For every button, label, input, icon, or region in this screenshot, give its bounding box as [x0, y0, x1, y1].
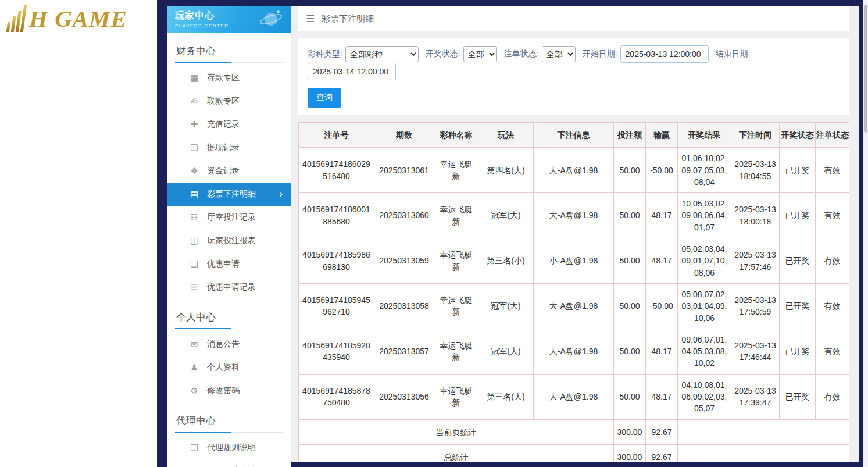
cell-bet-status: 有效: [816, 193, 849, 238]
cell-result: 05,02,03,04,09,01,07,10,08,06: [678, 238, 731, 284]
cell-bet-no: 401569174185986698130: [299, 238, 374, 284]
cell-play: 第四名(大): [478, 148, 534, 193]
cell-bet-status: 有效: [816, 329, 849, 374]
table-row: 401569174186029516480 20250313061 幸运飞艇新 …: [299, 148, 849, 193]
cell-bet-time: 2025-03-13 17:57:46: [731, 238, 780, 284]
cell-bet-info: 大-A盘@1.98: [534, 193, 614, 238]
player-bet-report-icon: ◫: [189, 236, 199, 246]
draw-status-select[interactable]: 全部: [463, 46, 497, 62]
withdrawal-record-icon: ❑: [189, 142, 199, 153]
bet-status-select[interactable]: 全部: [542, 46, 576, 62]
topbar: ☰ 彩票下注明细: [298, 6, 849, 31]
bet-details-table: 注单号 期数 彩种名称 玩法 下注信息 投注额 输赢 开奖结果 下注时间 开奖状…: [298, 122, 849, 462]
scrollbar[interactable]: [863, 0, 868, 467]
start-date-input[interactable]: [620, 45, 709, 63]
sidebar-item-recharge-records[interactable]: ✚充值记录: [167, 113, 291, 136]
col-header-winloss: 输赢: [646, 123, 678, 148]
cell-draw-status: 已开奖: [780, 238, 816, 284]
cell-bet-time: 2025-03-13 18:04:55: [731, 148, 780, 193]
cell-bet-no: 401569174186029516480: [299, 148, 374, 193]
cell-result: 05,08,07,02,03,01,04,09,10,06: [678, 283, 731, 329]
cell-bet-status: 有效: [816, 238, 849, 284]
players-center-header: 玩家中心 PLAYERS CENTER: [167, 6, 291, 33]
summary-current-label: 当前页统计: [299, 419, 614, 444]
end-date-input[interactable]: [308, 63, 396, 80]
summary-total-label: 总统计: [299, 444, 614, 462]
sidebar-item-change-password[interactable]: ⚙修改密码: [167, 379, 291, 402]
summary-current-amount: 300.00: [614, 419, 646, 444]
cell-lottery: 幸运飞艇新: [434, 238, 478, 284]
cell-draw-status: 已开奖: [780, 374, 816, 419]
logo-bars-icon: [6, 5, 27, 32]
cell-bet-info: 大-A盘@1.98: [534, 148, 614, 193]
sidebar-item-profile[interactable]: ♟个人资料: [167, 356, 291, 379]
lottery-type-select[interactable]: 全部彩种: [345, 46, 419, 62]
cell-bet-no: 401569174185945962710: [299, 283, 374, 329]
cell-amount: 50.00: [614, 329, 646, 374]
sidebar-item-lottery-bet-details[interactable]: ▤彩票下注明细›: [167, 183, 291, 206]
players-center-titles: 玩家中心 PLAYERS CENTER: [175, 10, 228, 28]
section-personal-center: 个人中心: [175, 308, 283, 329]
cell-bet-no: 401569174185920435940: [299, 329, 374, 374]
deposit-icon: ▦: [189, 73, 199, 83]
col-header-result: 开奖结果: [678, 123, 731, 148]
cell-play: 冠军(大): [478, 283, 534, 329]
cell-bet-time: 2025-03-13 18:00:18: [731, 193, 780, 238]
cell-amount: 50.00: [614, 193, 646, 238]
cell-winloss: 48.17: [646, 238, 678, 284]
cell-winloss: -50.00: [646, 283, 678, 329]
cell-lottery: 幸运飞艇新: [434, 329, 478, 374]
cell-result: 09,06,07,01,04,05,03,08,10,02: [678, 329, 731, 374]
summary-total-empty: [678, 444, 849, 462]
cell-bet-time: 2025-03-13 17:39:47: [731, 374, 780, 419]
logo-panel: H GAME: [0, 0, 157, 467]
cell-amount: 50.00: [614, 148, 646, 193]
logo[interactable]: H GAME: [0, 0, 157, 35]
query-button[interactable]: 查询: [308, 88, 341, 108]
cell-lottery: 幸运飞艇新: [434, 148, 478, 193]
cell-bet-info: 小-A盘@1.98: [534, 238, 614, 284]
table-header-row: 注单号 期数 彩种名称 玩法 下注信息 投注额 输赢 开奖结果 下注时间 开奖状…: [299, 123, 849, 148]
summary-current-winloss: 92.67: [646, 419, 678, 444]
cell-bet-info: 大-A盘@1.98: [534, 283, 614, 329]
cell-bet-info: 大-A盘@1.98: [534, 374, 614, 419]
col-header-amount: 投注额: [614, 123, 646, 148]
sidebar-item-withdraw-zone[interactable]: ✍取款专区: [167, 90, 291, 113]
table-row: 401569174185878750480 20250313056 幸运飞艇新 …: [299, 374, 849, 419]
sidebar-item-promo-apply[interactable]: ❏优惠申请: [167, 252, 291, 276]
fund-record-icon: ❖: [189, 166, 199, 176]
sidebar-item-hall-bet-records[interactable]: ☷厅室投注记录: [167, 206, 291, 229]
col-header-draw-status: 开奖状态: [780, 123, 816, 148]
col-header-bet-time: 下注时间: [731, 123, 780, 148]
cell-amount: 50.00: [614, 374, 646, 419]
sidebar-item-agent-rules[interactable]: ❐代理规则说明: [167, 436, 291, 459]
col-header-bet-no: 注单号: [299, 123, 374, 148]
sidebar-item-agent-team-stats[interactable]: ❒代理团队统计: [167, 459, 291, 467]
cell-draw-status: 已开奖: [780, 193, 816, 238]
cell-lottery: 幸运飞艇新: [434, 283, 478, 329]
cell-period: 20250313060: [374, 193, 434, 238]
cell-bet-info: 大-A盘@1.98: [534, 329, 614, 374]
promo-apply-record-icon: ☰: [189, 282, 199, 293]
sidebar-item-promo-apply-records[interactable]: ☰优惠申请记录: [167, 276, 291, 299]
table-row: 401569174185945962710 20250313058 幸运飞艇新 …: [299, 283, 849, 329]
sidebar-item-deposit-zone[interactable]: ▦存款专区: [167, 66, 291, 90]
col-header-period: 期数: [374, 123, 434, 148]
promo-apply-icon: ❏: [189, 259, 199, 269]
scrollbar-thumb[interactable]: [864, 5, 867, 133]
cell-result: 10,05,03,02,09,08,06,04,01,07: [678, 193, 731, 238]
sidebar-item-announcements[interactable]: ✉消息公告: [167, 333, 291, 356]
cell-bet-no: 401569174186001885680: [299, 193, 374, 238]
sidebar-item-fund-records[interactable]: ❖资金记录: [167, 159, 291, 183]
sidebar-item-player-bet-report[interactable]: ◫玩家投注报表: [167, 229, 291, 252]
summary-total-amount: 300.00: [614, 444, 646, 462]
sidebar-item-withdrawal-records[interactable]: ❑提现记录: [167, 136, 291, 159]
cell-winloss: 48.17: [646, 329, 678, 374]
lottery-bet-details-icon: ▤: [189, 189, 199, 199]
filter-row: 彩种类型: 全部彩种 开奖状态: 全部 注单状态: 全部 开始日期: 结束日期:: [308, 45, 840, 80]
menu-toggle-icon[interactable]: ☰: [306, 13, 315, 25]
cell-winloss: 48.17: [646, 374, 678, 419]
cell-winloss: -50.00: [646, 148, 678, 193]
cell-play: 第三名(大): [478, 374, 534, 419]
cell-lottery: 幸运飞艇新: [434, 374, 478, 419]
